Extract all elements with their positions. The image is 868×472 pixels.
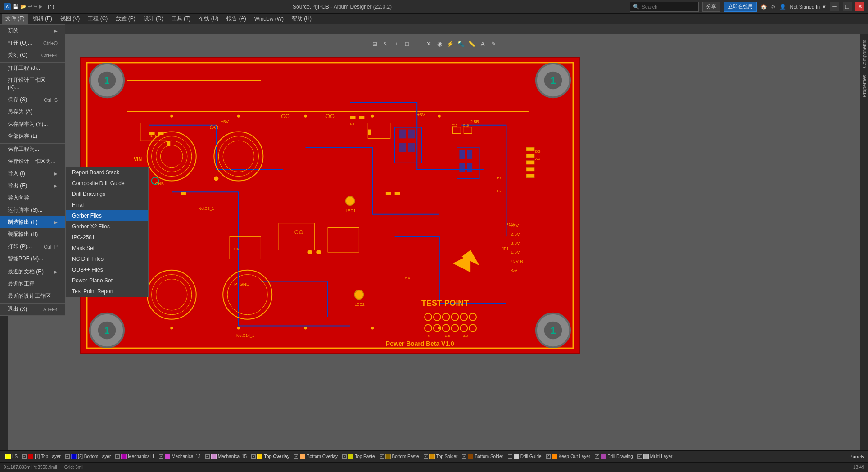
layer-top-paste[interactable]: ✓ Top Paste	[340, 453, 376, 460]
menu-route[interactable]: 布线 (U)	[195, 14, 222, 24]
menu-place[interactable]: 放置 (P)	[112, 14, 139, 24]
layer-multi[interactable]: ✓ Multi-Layer	[636, 453, 674, 460]
grid-info: Grid: 5mil	[64, 465, 84, 470]
settings-icon[interactable]: ⚙	[771, 4, 776, 10]
menu-design[interactable]: 设计 (D)	[140, 14, 167, 24]
menu-exit[interactable]: 退出 (X) Alt+F4	[0, 303, 65, 315]
svg-text:U4: U4	[234, 247, 239, 251]
menu-import[interactable]: 导入 (I) ▶	[0, 168, 65, 180]
fab-gerber-files[interactable]: Gerber Files	[66, 210, 148, 221]
net-icon[interactable]: ≡	[413, 39, 423, 48]
menu-tools[interactable]: 工具 (T)	[168, 14, 194, 24]
layer-mech1[interactable]: ✓ Mechanical 1	[113, 453, 156, 460]
menu-smart-pdf[interactable]: 智能PDF (M)...	[0, 253, 65, 265]
menu-recent-workspace[interactable]: 最近的设计工作区	[0, 290, 65, 302]
svg-text:-5V: -5V	[511, 268, 518, 272]
menu-edit[interactable]: 编辑 (E)	[29, 14, 56, 24]
layer-bottom[interactable]: ✓ [2] Bottom Layer	[63, 453, 113, 460]
add-icon[interactable]: +	[391, 39, 401, 48]
menu-save-as[interactable]: 另存为 (A)...	[0, 106, 65, 118]
fab-composite-drill[interactable]: Composite Drill Guide	[66, 178, 148, 189]
layer-top-solder[interactable]: ✓ Top Solder	[422, 453, 460, 460]
menu-assembly-output[interactable]: 装配输出 (B)	[0, 228, 65, 241]
home-icon[interactable]: 🏠	[760, 4, 767, 10]
menu-fab-output[interactable]: 制造输出 (F) ▶	[0, 216, 65, 228]
highlight-icon[interactable]: 🔦	[456, 39, 466, 48]
menu-open-workspace[interactable]: 打开设计工作区 (K)...	[0, 74, 65, 93]
fab-power-plane[interactable]: Power-Plane Set	[66, 275, 148, 286]
menu-export[interactable]: 导出 (E) ▶	[0, 180, 65, 192]
layer-drill-drawing[interactable]: ✓ Drill Drawing	[593, 453, 635, 460]
user-status: Not Signed In ▼	[790, 4, 827, 9]
close-button[interactable]: ✕	[855, 2, 864, 11]
menu-file[interactable]: 文件 (F)	[2, 14, 28, 24]
menu-report[interactable]: 报告 (A)	[223, 14, 249, 24]
fab-test-point-report[interactable]: Test Point Report	[66, 286, 148, 297]
svg-text:DG: DG	[535, 150, 541, 154]
menu-print[interactable]: 打印 (P)... Ctrl+P	[0, 241, 65, 253]
menu-help[interactable]: 帮助 (H)	[288, 14, 315, 24]
search-input[interactable]	[642, 4, 696, 9]
menu-view[interactable]: 视图 (V)	[57, 14, 83, 24]
svg-text:AC: AC	[535, 157, 540, 161]
maximize-button[interactable]: □	[843, 2, 852, 11]
menu-recent-projects[interactable]: 最近的工程	[0, 278, 65, 290]
menu-save-workspace-as[interactable]: 保存设计工作区为...	[0, 155, 65, 168]
fab-drill-drawings[interactable]: Drill Drawings	[66, 189, 148, 200]
online-button[interactable]: 立即在线用	[724, 2, 757, 12]
menu-open[interactable]: 打开 (O)... Ctrl+O	[0, 37, 65, 49]
fab-final[interactable]: Final	[66, 200, 148, 210]
text-icon[interactable]: A	[478, 39, 488, 48]
layer-ls[interactable]: LS	[4, 453, 19, 460]
menu-run-script[interactable]: 运行脚本 (S)...	[0, 204, 65, 216]
svg-text:VIN: VIN	[134, 156, 142, 162]
menu-save[interactable]: 保存 (S) Ctrl+S	[0, 94, 65, 106]
search-box[interactable]: 🔍	[630, 2, 699, 12]
menu-new[interactable]: 新的... ▶	[0, 25, 65, 37]
layer-bot-paste[interactable]: ✓ Bottom Paste	[378, 453, 421, 460]
fab-mask-set[interactable]: Mask Set	[66, 243, 148, 254]
pad-icon[interactable]: ◉	[434, 39, 444, 48]
svg-point-121	[237, 115, 240, 118]
pen-icon[interactable]: ✎	[488, 39, 498, 48]
layer-mech15[interactable]: ✓ Mechanical 15	[203, 453, 249, 460]
fab-report-board-stack[interactable]: Report Board Stack	[66, 167, 148, 178]
menu-save-project-as[interactable]: 保存工程为...	[0, 143, 65, 155]
menu-open-project[interactable]: 打开工程 (J)...	[0, 62, 65, 74]
layer-mech13[interactable]: ✓ Mechanical 13	[157, 453, 202, 460]
layer-top[interactable]: ✓ [1] Top Layer	[20, 453, 63, 460]
measure-icon[interactable]: 📏	[467, 39, 477, 48]
svg-rect-89	[399, 130, 406, 139]
components-panel-tab[interactable]: Components	[861, 36, 868, 71]
coord-bar: X:1187.833mil Y:3556.9mil Grid: 5mil 13:…	[0, 462, 868, 472]
menu-project[interactable]: 工程 (C)	[84, 14, 111, 24]
layer-bot-solder[interactable]: ✓ Bottom Solder	[460, 453, 505, 460]
layer-keepout[interactable]: ✓ Keep-Out Layer	[544, 453, 592, 460]
svg-point-122	[304, 115, 307, 118]
layer-top-overlay[interactable]: ✓ Top Overlay	[249, 453, 291, 460]
properties-panel-tab[interactable]: Properties	[861, 71, 868, 101]
clear-icon[interactable]: ✕	[424, 39, 434, 48]
panels-button[interactable]: Panels	[849, 454, 864, 459]
menu-close[interactable]: 关闭 (C) Ctrl+F4	[0, 49, 65, 61]
fab-nc-drill[interactable]: NC Drill Files	[66, 254, 148, 264]
menu-recent-docs[interactable]: 最近的文档 (R) ▶	[0, 266, 65, 278]
svg-text:R8: R8	[497, 189, 502, 192]
menu-window[interactable]: Window (W)	[251, 14, 287, 24]
layer-bot-overlay[interactable]: ✓ Bottom Overlay	[292, 453, 339, 460]
layer-drill-guide[interactable]: Drill Guide	[506, 453, 543, 460]
select-icon[interactable]: ↖	[380, 39, 390, 48]
share-button[interactable]: 分享	[702, 2, 720, 12]
svg-text:R1: R1	[149, 134, 153, 137]
drc-icon[interactable]: ⚡	[445, 39, 455, 48]
menu-save-all[interactable]: 全部保存 (L)	[0, 130, 65, 142]
minimize-button[interactable]: ─	[830, 2, 839, 11]
svg-text:C15: C15	[452, 124, 458, 127]
rect-icon[interactable]: □	[402, 39, 412, 48]
menu-import-wizard[interactable]: 导入向导	[0, 192, 65, 204]
fab-gerber-x2[interactable]: Gerber X2 Files	[66, 221, 148, 232]
fab-odb-plus[interactable]: ODB++ Files	[66, 264, 148, 275]
filter-icon[interactable]: ⊟	[370, 39, 380, 48]
fab-ipc-2581[interactable]: IPC-2581	[66, 232, 148, 243]
menu-save-copy[interactable]: 保存副本为 (Y)...	[0, 118, 65, 130]
